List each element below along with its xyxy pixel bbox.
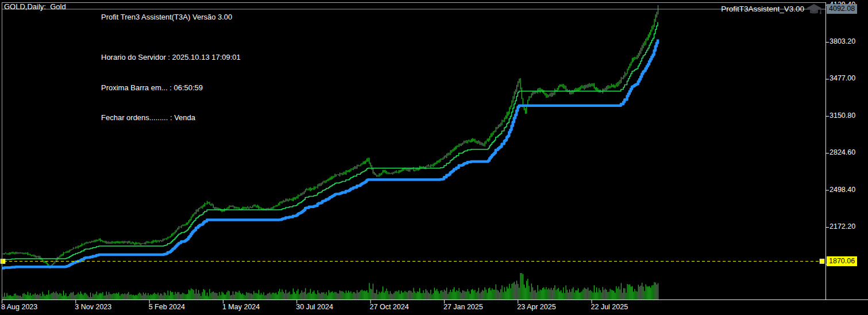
target-price-label: 1870.06 <box>827 256 857 266</box>
indicator-title: Profit Tren3 Assistent(T3A) Versão 3.00 <box>101 13 232 21</box>
symbol-title: GOLD,Daily: Gold <box>4 2 66 11</box>
line-anchor-right[interactable] <box>820 259 824 264</box>
trailing-stop-line <box>2 39 658 268</box>
graduation-cap-icon <box>805 3 823 17</box>
server-time-line: Horario do Servidor : 2025.10.13 17:09:0… <box>101 52 241 63</box>
price-axis-label: 2498.40 <box>830 186 855 194</box>
price-axis-label: 3803.20 <box>830 37 855 45</box>
indicator-badge: ProfitT3Assistent_V3.00 <box>721 5 804 13</box>
next-bar-line: Proxima Barra em... : 06:50:59 <box>101 83 241 93</box>
mt5-terminal: { "window": { "symbol_title": "GOLD,Dail… <box>0 0 868 315</box>
close-orders-line: Fechar ordens......... : Venda <box>101 113 241 123</box>
price-axis-label: 3150.80 <box>830 112 855 120</box>
indicator-status-block: Horario do Servidor : 2025.10.13 17:09:0… <box>101 32 241 143</box>
current-price-label: 4092.08 <box>827 4 857 14</box>
price-axis-label: 2172.20 <box>830 222 855 231</box>
price-axis-label: 3477.00 <box>830 74 855 82</box>
price-axis-label: 2824.60 <box>830 148 855 156</box>
t3-line <box>2 22 658 260</box>
terminal-chart-window: GOLD,Daily: Gold Profit Tren3 Assistent(… <box>0 0 868 315</box>
line-anchor-left[interactable] <box>1 259 5 264</box>
price-axis[interactable]: 4129.403803.203477.003150.802824.602498.… <box>826 0 868 315</box>
